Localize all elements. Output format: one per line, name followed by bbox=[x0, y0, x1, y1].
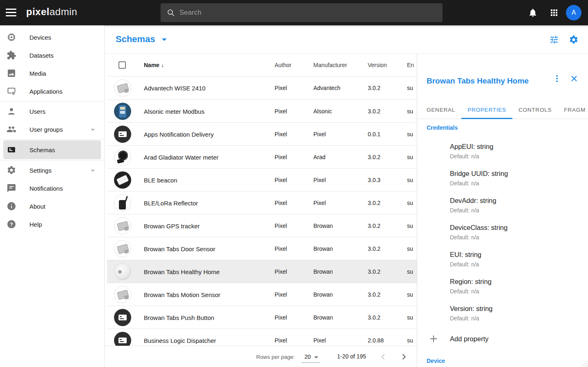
panel-title: Browan Tabs Healthy Home bbox=[427, 77, 529, 86]
chat-bubble-icon bbox=[7, 183, 16, 193]
row-name: BLE beacon bbox=[144, 176, 177, 183]
device-thumbnail-icon bbox=[114, 126, 131, 143]
table-row[interactable]: Business Logic Dispatcher Pixel Pixel 2.… bbox=[107, 329, 417, 346]
svg-text:?: ? bbox=[10, 221, 13, 227]
table-row[interactable]: Alsonic meter Modbus Pixel Alsonic 3.0.2… bbox=[107, 99, 417, 122]
row-version: 3.0.2 bbox=[368, 108, 380, 115]
table-row[interactable]: Browan Tabs Push Button Pixel Browan 3.0… bbox=[107, 306, 417, 329]
gear-icon bbox=[7, 165, 16, 175]
property-item[interactable]: DeviceClass: string Default: n/a bbox=[450, 223, 579, 241]
previous-page-icon[interactable] bbox=[378, 352, 388, 362]
device-thumbnail-icon bbox=[114, 103, 131, 120]
sidebar-item-users[interactable]: Users bbox=[0, 102, 104, 120]
row-name: Browan Tabs Motion Sensor bbox=[144, 291, 220, 298]
help-icon: ? bbox=[7, 219, 16, 229]
device-thumbnail-icon bbox=[114, 171, 131, 189]
row-enabled: su bbox=[407, 131, 413, 137]
schema-card-icon bbox=[7, 145, 16, 155]
column-header-enabled[interactable]: En bbox=[407, 62, 414, 68]
table-row[interactable]: Browan Tabs Motion Sensor Pixel Browan 3… bbox=[107, 283, 417, 306]
notifications-bell-icon[interactable] bbox=[528, 8, 538, 18]
search-input[interactable] bbox=[179, 9, 437, 17]
select-all-checkbox[interactable] bbox=[118, 61, 126, 69]
column-header-name[interactable]: Name↓ bbox=[144, 62, 164, 68]
sidebar-item-media[interactable]: Media bbox=[0, 64, 104, 82]
table-row[interactable]: BLE beacon Pixel Pixel 3.0.3 su bbox=[107, 168, 417, 191]
row-name: Browan Tabs Healthy Home bbox=[144, 268, 220, 275]
sidebar-item-applications[interactable]: Applications bbox=[0, 82, 104, 100]
sort-desc-icon: ↓ bbox=[161, 62, 164, 68]
hamburger-menu-icon[interactable] bbox=[6, 9, 16, 17]
panel-tabs: GENERAL PROPERTIES CONTROLS FRAGM bbox=[417, 101, 588, 119]
property-item[interactable]: Version: string Default: n/a bbox=[450, 304, 579, 322]
row-name: Browan Tabs Push Button bbox=[144, 314, 214, 321]
tab-properties[interactable]: PROPERTIES bbox=[461, 101, 512, 119]
row-version: 3.0.2 bbox=[368, 154, 380, 160]
column-header-author[interactable]: Author bbox=[275, 62, 291, 68]
tab-controls[interactable]: CONTROLS bbox=[512, 101, 558, 119]
detail-panel: Browan Tabs Healthy Home GENERAL PROPERT… bbox=[417, 54, 588, 367]
kebab-menu-icon[interactable] bbox=[552, 74, 562, 83]
page-title-dropdown[interactable]: Schemas bbox=[116, 34, 167, 45]
plus-icon bbox=[429, 334, 438, 344]
row-enabled: su bbox=[407, 291, 413, 298]
row-version: 3.0.2 bbox=[368, 268, 380, 275]
sidebar-item-label: Datasets bbox=[29, 52, 54, 59]
row-manufacturer: Pixel bbox=[313, 200, 326, 206]
row-version: 3.0.2 bbox=[368, 291, 380, 298]
sidebar-item-label: Notifications bbox=[29, 185, 63, 192]
section-heading-credentials: Credentials bbox=[427, 124, 579, 132]
row-enabled: su bbox=[407, 154, 413, 160]
row-manufacturer: Pixel bbox=[313, 131, 326, 137]
caret-down-icon bbox=[162, 38, 167, 41]
row-enabled: su bbox=[407, 223, 413, 229]
table-row-selected[interactable]: Browan Tabs Healthy Home Pixel Browan 3.… bbox=[107, 260, 417, 283]
table-row[interactable]: Arad Gladiator Water meter Pixel Arad 3.… bbox=[107, 145, 417, 168]
row-author: Pixel bbox=[275, 108, 287, 115]
sidebar-item-settings[interactable]: Settings bbox=[0, 161, 104, 179]
property-item[interactable]: Bridge UUID: string Default: n/a bbox=[450, 169, 579, 187]
sidebar-item-schemas[interactable]: Schemas bbox=[3, 140, 101, 159]
table-row[interactable]: Browan Tabs Door Sensor Pixel Browan 3.0… bbox=[107, 237, 417, 260]
search-icon bbox=[166, 8, 175, 17]
column-header-version[interactable]: Version bbox=[368, 62, 387, 68]
user-avatar[interactable]: A bbox=[566, 5, 581, 20]
row-version: 3.0.2 bbox=[368, 245, 380, 252]
next-page-icon[interactable] bbox=[399, 352, 409, 362]
section-heading-device: Device bbox=[427, 357, 579, 365]
row-author: Pixel bbox=[275, 291, 287, 298]
device-thumbnail-icon bbox=[114, 240, 131, 257]
row-manufacturer: Advantech bbox=[313, 85, 340, 91]
table-row[interactable]: Browan GPS tracker Pixel Browan 3.0.2 su bbox=[107, 214, 417, 237]
property-item[interactable]: AppEUI: string Default: n/a bbox=[450, 142, 579, 160]
property-item[interactable]: Region: string Default: n/a bbox=[450, 277, 579, 295]
table-row[interactable]: Advantech WISE 2410 Pixel Advantech 3.0.… bbox=[107, 77, 417, 99]
close-icon[interactable] bbox=[569, 74, 579, 83]
apps-grid-icon[interactable] bbox=[549, 8, 559, 18]
property-item[interactable]: DevAddr: string Default: n/a bbox=[450, 196, 579, 214]
property-item[interactable]: EUI: string Default: n/a bbox=[450, 250, 579, 268]
tab-general[interactable]: GENERAL bbox=[420, 101, 461, 119]
column-header-manufacturer[interactable]: Manufacturer bbox=[313, 62, 347, 68]
row-manufacturer: Browan bbox=[313, 268, 333, 275]
sidebar-item-about[interactable]: About bbox=[0, 197, 104, 215]
tab-fragments[interactable]: FRAGM bbox=[558, 101, 588, 119]
sidebar-item-notifications[interactable]: Notifications bbox=[0, 179, 104, 197]
row-author: Pixel bbox=[275, 177, 287, 183]
sidebar-item-devices[interactable]: Devices bbox=[0, 28, 104, 46]
add-property-button[interactable]: Add property bbox=[427, 334, 579, 344]
table-row[interactable]: BLE/LoRa Reflector Pixel Pixel 3.0.2 su bbox=[107, 191, 417, 214]
row-manufacturer: Browan bbox=[313, 314, 333, 321]
device-thumbnail-icon bbox=[114, 309, 131, 326]
table-row[interactable]: Apps Notification Delivery Pixel Pixel 0… bbox=[107, 122, 417, 145]
settings-gear-icon[interactable] bbox=[569, 35, 579, 45]
sidebar-item-help[interactable]: ? Help bbox=[0, 215, 104, 233]
search-bar[interactable] bbox=[161, 3, 443, 22]
rows-per-page-select[interactable]: 20 bbox=[301, 352, 320, 363]
row-version: 3.0.3 bbox=[368, 177, 380, 183]
row-author: Pixel bbox=[275, 245, 287, 252]
device-thumbnail-icon bbox=[114, 332, 131, 346]
sidebar-item-datasets[interactable]: Datasets bbox=[0, 46, 104, 64]
filter-tune-icon[interactable] bbox=[549, 35, 559, 45]
sidebar-item-user-groups[interactable]: User groups bbox=[0, 120, 104, 138]
